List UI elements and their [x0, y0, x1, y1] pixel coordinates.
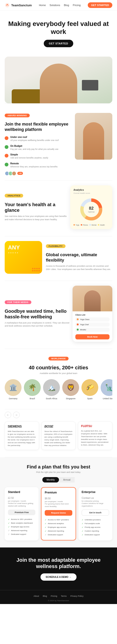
feature-s3: ✓Employee app access [8, 525, 35, 529]
hero-section: Making everybody feel valued at work GET… [0, 10, 117, 52]
feature-s2: ✓Basic analytics dashboard [8, 521, 35, 525]
donut-chart: 82 Optimal [74, 196, 109, 222]
feature-p3: ✓Employee app access [45, 526, 72, 529]
feature-e3: ✓Priority app access [82, 526, 109, 529]
analytics-legend: Yoga Fitness Mental Health [74, 224, 109, 226]
testimonial-logo-fujitsu: FUJITSU [81, 424, 109, 428]
city-singapore: 🦁 Singapore [62, 379, 79, 400]
feature-item-2: On Budget Pay per use, and only pay for … [5, 145, 72, 151]
testimonials-next-button[interactable]: → [13, 412, 20, 418]
footer-link-privacy[interactable]: Privacy Policy [70, 595, 84, 597]
card-dot-6 [34, 270, 36, 272]
feature-p2: ✓Advanced analytics [45, 522, 72, 526]
city-emoji-germany: 🏛️ [5, 379, 22, 396]
nav-home[interactable]: Home [39, 4, 46, 6]
countries-pill: WORLDWIDE [48, 357, 68, 360]
class-label-1: Yoga Class [80, 318, 90, 320]
nav-cta-button[interactable]: GET STARTED [88, 2, 112, 8]
feature-item-1: Under one roof All your employee wellbei… [5, 136, 72, 142]
check-icon-s1: ✓ [8, 518, 10, 520]
city-germany: 🏛️ Germany [5, 379, 22, 400]
footer-link-pricing[interactable]: Pricing [51, 595, 57, 597]
nav-blog[interactable]: Blog [64, 4, 69, 6]
hero-cta-button[interactable]: GET STARTED [44, 40, 73, 47]
footer-links: About Blog Pricing Terms Privacy Policy [5, 595, 112, 597]
card-dot-4 [38, 268, 40, 269]
legend-label-health: Health [100, 224, 104, 226]
pricing-price-standard: £2.50 per employee / month [8, 495, 35, 502]
pricing-enterprise: Enterprise Contact us for enterprise pri… [78, 487, 112, 540]
city-emoji-brazil: 🌴 [24, 379, 41, 396]
pricing-cta-enterprise[interactable]: Get in touch [82, 510, 109, 516]
pricing-desc-enterprise: Custom solutions for large organisations [82, 502, 109, 507]
class-item-2: Yoga Chef [75, 322, 110, 326]
check-icon-e3: ✓ [82, 526, 84, 528]
countries-section: WORLDWIDE 40 countries, 200+ cities Avai… [0, 349, 117, 409]
class-dot-1 [77, 318, 78, 320]
check-icon-s3: ✓ [8, 526, 10, 528]
check-icon-p1: ✓ [45, 519, 46, 521]
pricing-features-enterprise: ✓Unlimited providers ✓Full analytics sui… [82, 518, 109, 537]
logo: TeamSanctum [5, 2, 32, 8]
analytics-desc: See real-time data on how your employees… [5, 215, 68, 221]
class-cta-button[interactable]: Book Now [75, 334, 110, 340]
testimonials-prev-button[interactable]: ← [5, 412, 11, 418]
check-icon-e4: ✓ [82, 530, 84, 532]
hero-laptop-decoration [82, 80, 98, 90]
x-icon-p5: ✗ [45, 534, 46, 536]
coverage-title: Global coverage, ultimate flexibility [46, 252, 112, 263]
testimonial-logo-siemens: SIEMENS [8, 424, 36, 428]
goodbye-person-illustration [84, 290, 100, 311]
toggle-annual[interactable]: Annual [59, 477, 75, 482]
card-dot-3 [36, 268, 38, 269]
footer-link-blog[interactable]: Blog [43, 595, 47, 597]
feature-item-4: Remote Wherever they are, employees acce… [5, 162, 72, 168]
legend-dot-fitness [81, 224, 82, 226]
pricing-cta-standard[interactable]: Premium Free [8, 510, 35, 515]
goodbye-card-image [72, 286, 112, 311]
analytics-section: ANALYTICS Your team's health at a glance… [0, 181, 117, 236]
feature-dot-3 [5, 154, 8, 158]
pricing-cta-premium[interactable]: Request Demo [45, 510, 72, 516]
legend-dot-yoga [74, 224, 75, 226]
nav-solutions[interactable]: Solutions [50, 4, 60, 6]
legend-dot-health [98, 224, 99, 226]
city-emoji-us: 🗽 [100, 379, 112, 396]
countries-pill-row: WORLDWIDE [5, 356, 112, 363]
pricing-section: Find a plan that fits you best Pick the … [0, 457, 117, 548]
check-icon-s2: ✓ [8, 522, 10, 524]
pricing-features-premium: ✓Access to 500+ providers ✓Advanced anal… [45, 518, 72, 537]
donut-label: Optimal [88, 211, 94, 213]
pricing-price-enterprise: Contact us for enterprise pricing [82, 495, 109, 502]
city-circle-brazil: 🌴 [24, 379, 41, 396]
footer-link-about[interactable]: About [34, 595, 39, 597]
class-label-2: Yoga Chef [80, 324, 89, 326]
goodbye-content: FOR THEIR NEEDS Goodbye wasted time, hel… [5, 300, 72, 328]
hero-image [5, 56, 112, 103]
legend-yoga: Yoga [74, 224, 79, 226]
footer-link-terms[interactable]: Terms [61, 595, 67, 597]
legend-label-fitness: Fitness [83, 224, 88, 226]
testimonial-siemens: SIEMENS With TeamSanctum we are able to … [5, 422, 39, 450]
feature-dot-1 [5, 136, 8, 140]
card-dot-7 [36, 270, 38, 272]
goodbye-title: Goodbye wasted time, hello hassle-free w… [5, 308, 70, 320]
goodbye-desc: A marketplace that puts your employees i… [5, 322, 70, 328]
card-dot-1 [32, 268, 34, 269]
features-person-illustration [83, 122, 104, 160]
feature-e4: ✓Custom reporting [82, 529, 109, 533]
feature-text-4: Remote Wherever they are, employees acce… [10, 162, 58, 168]
feature-dot-2 [5, 145, 8, 149]
analytics-card-title: Analytics [74, 189, 109, 191]
class-item-3: Mindful [75, 328, 110, 332]
feature-text-1: Under one roof All your employee wellbei… [10, 136, 59, 142]
toggle-monthly[interactable]: Monthly [42, 477, 59, 482]
footer-cta-title: Join the most adaptable employee wellnes… [7, 557, 110, 570]
hero-person-illustration [40, 64, 77, 103]
hero-sofa-decoration [12, 89, 44, 103]
nav-pricing[interactable]: Pricing [73, 4, 81, 6]
nav-links: Home Solutions Blog Pricing [39, 4, 80, 6]
coverage-pill: FLEXIBILITY [46, 244, 66, 248]
footer-cta-button[interactable]: SCHEDULE A DEMO → [40, 574, 76, 581]
class-dot-3 [77, 329, 78, 330]
